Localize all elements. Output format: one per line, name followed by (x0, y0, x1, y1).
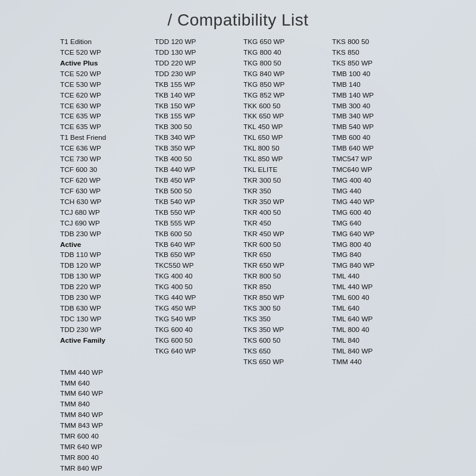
model-item: TMB 540 WP (331, 122, 417, 133)
model-item: TKS 350 WP (242, 325, 328, 336)
model-item: TKS 350 (242, 314, 328, 325)
model-item: TKL 450 WP (242, 122, 328, 133)
model-item: TMC640 WP (331, 165, 417, 176)
model-item: TDB 110 WP (59, 250, 151, 261)
model-item: TKB 600 50 (154, 229, 240, 240)
model-item: TCJ 680 WP (59, 208, 151, 218)
model-item: TML 840 WP (331, 346, 417, 357)
model-item: TKR 800 50 (242, 271, 328, 282)
model-item: TMM 440 WP (59, 368, 151, 378)
model-item: TKR 300 50 (242, 176, 328, 186)
model-item: TKB 640 WP (154, 240, 240, 250)
model-item: TKG 400 50 (154, 282, 240, 293)
model-item: TKS 650 WP (242, 357, 328, 368)
model-item: TKS 850 (331, 48, 417, 58)
model-item: TMG 640 WP (331, 229, 417, 240)
model-item: TMM 640 WP (59, 389, 151, 399)
model-item: TKR 350 (242, 186, 328, 197)
model-item: TKG 800 40 (242, 48, 328, 58)
model-item: T1 Edition (59, 37, 151, 48)
model-item: TDD 220 WP (154, 58, 240, 69)
model-item: TMG 440 (331, 186, 417, 197)
model-item: TKL ELITE (242, 165, 328, 176)
model-item: TKS 600 50 (242, 336, 328, 346)
model-item: TKB 440 WP (154, 165, 240, 176)
model-item: TML 840 (331, 336, 417, 346)
model-item: TKR 450 WP (242, 229, 328, 240)
model-item: TKB 340 WP (154, 133, 240, 143)
model-item: TDB 130 WP (59, 271, 151, 282)
model-item: TKB 150 WP (154, 101, 240, 112)
model-item: TMG 600 40 (331, 208, 417, 218)
model-item: TKR 350 WP (242, 197, 328, 208)
model-item: TCE 635 WP (59, 122, 151, 133)
model-item: TMG 400 40 (331, 176, 417, 186)
model-item: TKG 400 40 (154, 271, 240, 282)
column-5: TMM 440 WPTMM 640TMM 640 WPTMM 840TMM 84… (59, 368, 151, 476)
model-item: TMB 100 40 (331, 69, 417, 80)
model-item: TKB 350 WP (154, 143, 240, 154)
model-item: TCF 620 WP (59, 176, 151, 186)
model-item: TKB 400 50 (154, 154, 240, 165)
model-item: T1 Best Friend (59, 133, 151, 143)
model-item: TDB 120 WP (59, 261, 151, 271)
model-item: Active Family (59, 336, 151, 346)
model-item: TML 440 (331, 271, 417, 282)
model-item: TDD 230 WP (59, 325, 151, 336)
model-item: TKK 600 50 (242, 101, 328, 112)
model-item: TKB 300 50 (154, 122, 240, 133)
model-item: TMG 440 WP (331, 197, 417, 208)
model-item: TKB 540 WP (154, 197, 240, 208)
model-item: TKR 450 (242, 218, 328, 229)
model-item: TMR 800 40 (59, 453, 151, 464)
model-item: TDB 630 WP (59, 303, 151, 314)
title-prefix: / (167, 11, 177, 29)
model-item: TCE 520 WP (59, 69, 151, 80)
model-item: TKB 155 WP (154, 80, 240, 90)
model-item: TMC547 WP (331, 154, 417, 165)
model-item: TDB 230 WP (59, 229, 151, 240)
model-item: TKS 300 50 (242, 303, 328, 314)
model-item: TML 640 (331, 303, 417, 314)
column-1: T1 EditionTCE 520 WPActive PlusTCE 520 W… (59, 37, 151, 368)
model-item: TMB 140 WP (331, 90, 417, 101)
model-item: TCE 636 WP (59, 143, 151, 154)
model-item: TMG 840 (331, 250, 417, 261)
model-item: TML 640 WP (331, 314, 417, 325)
model-item: TML 800 40 (331, 325, 417, 336)
model-item: TKG 800 50 (242, 58, 328, 69)
model-item: TMG 840 WP (331, 261, 417, 271)
model-item: TKS 850 WP (331, 58, 417, 69)
model-item: TDC 130 WP (59, 314, 151, 325)
model-item: TKL 800 50 (242, 143, 328, 154)
model-item: TMB 340 WP (331, 111, 417, 122)
model-item: TMR 640 WP (59, 442, 151, 453)
model-item: TDD 130 WP (154, 48, 240, 58)
model-item: TKG 600 40 (154, 325, 240, 336)
model-item: TMM 843 WP (59, 421, 151, 431)
model-item: TKR 650 (242, 250, 328, 261)
model-item: TKG 440 WP (154, 293, 240, 303)
model-item: TKR 600 50 (242, 240, 328, 250)
column-4: TKS 800 50TKS 850TKS 850 WPTMB 100 40TMB… (331, 37, 417, 368)
model-item: TMB 600 40 (331, 133, 417, 143)
model-item: TCE 530 WP (59, 80, 151, 90)
model-item: TCF 600 30 (59, 165, 151, 176)
model-item: TKS 650 (242, 346, 328, 357)
model-item: TMG 640 (331, 218, 417, 229)
model-item: TCE 730 WP (59, 154, 151, 165)
model-item: TKG 600 50 (154, 336, 240, 346)
model-item: TMM 840 WP (59, 410, 151, 421)
model-item: TCE 520 WP (59, 48, 151, 58)
model-item: TKR 400 50 (242, 208, 328, 218)
model-item: TMG 800 40 (331, 240, 417, 250)
model-item: TKG 850 WP (242, 80, 328, 90)
model-item: TMM 840 (59, 399, 151, 410)
model-item: TML 600 40 (331, 293, 417, 303)
model-item: TDD 230 WP (154, 69, 240, 80)
model-item: TMR 600 40 (59, 431, 151, 442)
title-main: Compatibility List (177, 11, 309, 29)
model-item: Active Plus (59, 58, 151, 69)
model-item: TCE 630 WP (59, 101, 151, 112)
page-title: / Compatibility List (167, 11, 308, 30)
